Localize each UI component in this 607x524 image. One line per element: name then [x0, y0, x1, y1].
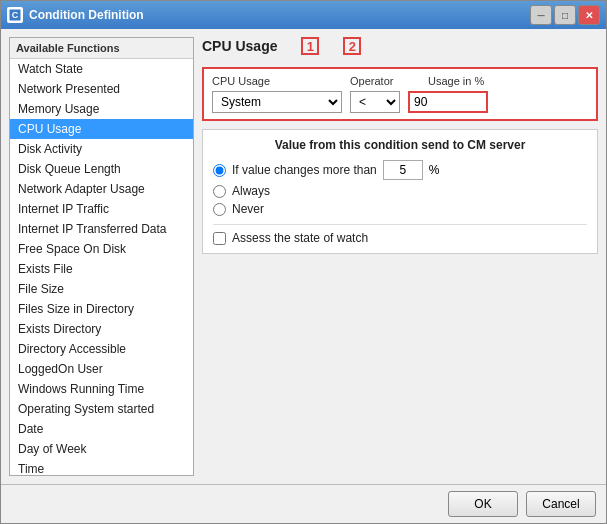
list-item-exists-file[interactable]: Exists File: [10, 259, 193, 279]
assess-row: Assess the state of watch: [213, 224, 587, 245]
functions-list[interactable]: Watch StateNetwork PresentedMemory Usage…: [10, 59, 193, 475]
always-radio[interactable]: [213, 185, 226, 198]
never-row: Never: [213, 202, 587, 216]
list-item-watch-state[interactable]: Watch State: [10, 59, 193, 79]
minimize-button[interactable]: ─: [530, 5, 552, 25]
operator-field-label: Operator: [350, 75, 420, 87]
list-item-file-size[interactable]: File Size: [10, 279, 193, 299]
cpu-type-select[interactable]: System All Cores Core 1: [212, 91, 342, 113]
list-item-operating-system-started[interactable]: Operating System started: [10, 399, 193, 419]
if-changes-label: If value changes more than: [232, 163, 377, 177]
cpu-usage-field-label: CPU Usage: [212, 75, 342, 87]
cancel-button[interactable]: Cancel: [526, 491, 596, 517]
window-title: Condition Definition: [29, 8, 144, 22]
list-item-directory-accessible[interactable]: Directory Accessible: [10, 339, 193, 359]
value-section: Value from this condition send to CM ser…: [202, 129, 598, 254]
if-changes-radio[interactable]: [213, 164, 226, 177]
list-item-memory-usage[interactable]: Memory Usage: [10, 99, 193, 119]
list-item-internet-ip-traffic[interactable]: Internet IP Traffic: [10, 199, 193, 219]
list-item-time[interactable]: Time: [10, 459, 193, 475]
operator-select[interactable]: < > = <= >=: [350, 91, 400, 113]
list-item-network-presented[interactable]: Network Presented: [10, 79, 193, 99]
title-bar-controls: ─ □ ✕: [530, 5, 600, 25]
always-row: Always: [213, 184, 587, 198]
fields-labels-row: CPU Usage Operator Usage in %: [212, 75, 588, 87]
section-title: CPU Usage: [202, 38, 277, 54]
never-label: Never: [232, 202, 264, 216]
available-functions-label: Available Functions: [10, 38, 193, 59]
svg-text:C: C: [12, 10, 19, 20]
value-section-title: Value from this condition send to CM ser…: [213, 138, 587, 152]
title-bar: C Condition Definition ─ □ ✕: [1, 1, 606, 29]
condition-definition-window: C Condition Definition ─ □ ✕ Available F…: [0, 0, 607, 524]
percent-label: %: [429, 163, 440, 177]
list-item-date[interactable]: Date: [10, 419, 193, 439]
maximize-button[interactable]: □: [554, 5, 576, 25]
radio-group: If value changes more than % Always Neve…: [213, 160, 587, 216]
list-item-free-space-on-disk[interactable]: Free Space On Disk: [10, 239, 193, 259]
always-label: Always: [232, 184, 270, 198]
window-icon: C: [7, 7, 23, 23]
left-panel: Available Functions Watch StateNetwork P…: [9, 37, 194, 476]
right-panel: CPU Usage 1 2 CPU Usage Operator Usage i…: [202, 37, 598, 476]
never-radio[interactable]: [213, 203, 226, 216]
if-changes-row: If value changes more than %: [213, 160, 587, 180]
close-button[interactable]: ✕: [578, 5, 600, 25]
assess-checkbox[interactable]: [213, 232, 226, 245]
bottom-bar: OK Cancel: [1, 484, 606, 523]
usage-field-label: Usage in %: [428, 75, 588, 87]
list-item-files-size-in-directory[interactable]: Files Size in Directory: [10, 299, 193, 319]
badge-2: 2: [343, 37, 361, 55]
list-item-windows-running-time[interactable]: Windows Running Time: [10, 379, 193, 399]
title-row: CPU Usage 1 2: [202, 37, 598, 55]
list-item-day-of-week[interactable]: Day of Week: [10, 439, 193, 459]
usage-input[interactable]: [408, 91, 488, 113]
assess-label: Assess the state of watch: [232, 231, 368, 245]
badge-1: 1: [301, 37, 319, 55]
list-item-loggedon-user[interactable]: LoggedOn User: [10, 359, 193, 379]
changes-value-input[interactable]: [383, 160, 423, 180]
list-item-network-adapter-usage[interactable]: Network Adapter Usage: [10, 179, 193, 199]
list-item-disk-activity[interactable]: Disk Activity: [10, 139, 193, 159]
content-area: Available Functions Watch StateNetwork P…: [1, 29, 606, 484]
list-item-exists-directory[interactable]: Exists Directory: [10, 319, 193, 339]
list-item-internet-ip-transferred[interactable]: Internet IP Transferred Data: [10, 219, 193, 239]
list-item-cpu-usage[interactable]: CPU Usage: [10, 119, 193, 139]
list-item-disk-queue-length[interactable]: Disk Queue Length: [10, 159, 193, 179]
fields-inputs-row: System All Cores Core 1 < > = <= >=: [212, 91, 588, 113]
fields-box: CPU Usage Operator Usage in % System All…: [202, 67, 598, 121]
ok-button[interactable]: OK: [448, 491, 518, 517]
